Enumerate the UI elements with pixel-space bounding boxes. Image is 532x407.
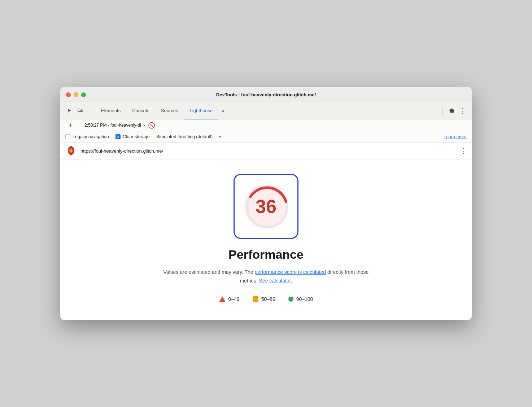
legend-low: 0–49 [219,296,240,302]
high-score-icon [288,297,293,302]
tabs: Elements Console Sources Lighthouse » [95,102,269,119]
mid-score-range: 50–89 [261,296,275,302]
devtools-icons [65,106,90,115]
score-legend: 0–49 50–89 90–100 [219,296,313,302]
clear-storage-checkbox-box[interactable] [115,134,121,139]
close-button[interactable] [66,92,71,97]
url-text: https://foul-heavenly-direction.glitch.m… [80,148,456,154]
toolbar-row: + 2:50:27 PM - foul-heavenly-di ▾ 🚫 [60,119,472,131]
tab-console[interactable]: Console [126,102,155,119]
perf-score-link[interactable]: performance score is calculated [254,269,326,275]
options-row: Legacy navigation Clear storage Simulate… [60,131,472,143]
gauge-card: 36 [234,174,298,239]
maximize-button[interactable] [81,92,86,97]
performance-title: Performance [228,248,304,262]
clear-storage-checkbox[interactable]: Clear storage [115,134,150,139]
toolbar-icons: ⋮ [442,106,467,115]
tab-lighthouse[interactable]: Lighthouse [184,102,219,119]
calculator-link[interactable]: See calculator. [259,278,292,284]
performance-description: Values are estimated and may vary. The p… [154,268,378,285]
low-score-icon [219,296,226,302]
titlebar: DevTools - foul-heavenly-direction.glitc… [60,87,472,102]
legacy-nav-checkbox[interactable]: Legacy navigation [65,134,109,139]
legend-high: 90–100 [288,296,313,302]
add-button[interactable]: + [65,122,75,129]
timestamp-selector[interactable]: 2:50:27 PM - foul-heavenly-di ▾ [84,123,145,128]
tab-sources[interactable]: Sources [155,102,184,119]
throttling-label: Simulated throttling (default) [156,134,213,139]
throttling-dropdown-arrow[interactable]: ▾ [219,135,221,139]
responsive-icon[interactable] [75,106,85,115]
mid-score-icon [253,296,258,302]
score-gauge: 36 [234,174,298,239]
score-number: 36 [256,197,276,216]
more-tabs-button[interactable]: » [218,108,227,114]
window-title: DevTools - foul-heavenly-direction.glitc… [216,92,316,97]
low-score-range: 0–49 [228,296,240,302]
desc-prefix: Values are estimated and may vary. The [163,269,255,275]
no-entry-icon[interactable]: 🚫 [148,122,155,129]
traffic-lights [66,92,86,97]
url-more-icon[interactable]: ⋮ [460,147,467,155]
toolbar-divider [80,122,80,129]
minimize-button[interactable] [74,92,78,97]
timestamp-dropdown-arrow: ▾ [143,123,145,127]
legend-mid: 50–89 [253,296,275,302]
learn-more-link[interactable]: Learn more [444,134,467,139]
more-options-icon[interactable]: ⋮ [458,106,467,115]
settings-icon[interactable] [447,106,457,115]
legacy-nav-checkbox-box[interactable] [65,134,70,139]
high-score-range: 90–100 [296,296,313,302]
tab-elements[interactable]: Elements [95,102,126,119]
devtools-window: DevTools - foul-heavenly-direction.glitc… [60,87,472,320]
lighthouse-favicon: 🏮 [65,146,76,156]
main-content: 36 Performance Values are estimated and … [60,159,472,320]
cursor-icon[interactable] [65,106,74,115]
svg-rect-1 [81,110,82,112]
url-row: 🏮 https://foul-heavenly-direction.glitch… [60,143,472,159]
tabbar: Elements Console Sources Lighthouse » [60,102,472,119]
